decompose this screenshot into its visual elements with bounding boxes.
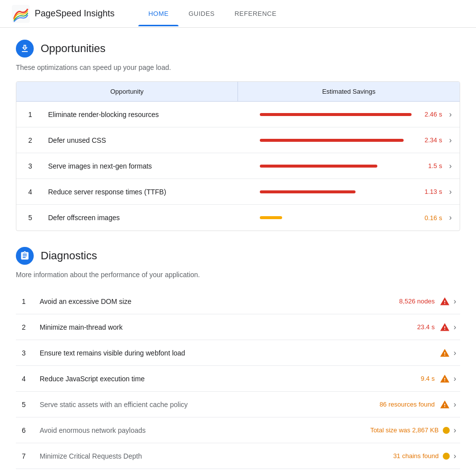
chevron-down-icon: › [450, 297, 460, 306]
row-savings: 2.46 s › [252, 104, 460, 125]
row-label: Reduce server response times (TTFB) [44, 182, 252, 202]
opportunity-row[interactable]: 1 Eliminate render-blocking resources 2.… [16, 102, 460, 127]
savings-bar [260, 113, 412, 116]
header: PageSpeed Insights HOME GUIDES REFERENCE [0, 0, 476, 28]
diagnostic-value: 86 resources found [377, 395, 436, 414]
row-savings: 2.34 s › [252, 130, 460, 151]
row-number: 5 [16, 395, 36, 414]
diagnostic-row[interactable]: 3 Ensure text remains visible during web… [16, 340, 460, 366]
main-content: Opportunities These optimizations can sp… [0, 28, 476, 472]
diagnostic-label: Avoid an excessive DOM size [36, 292, 397, 311]
warning-triangle-icon [440, 400, 450, 410]
warn-icon-container [437, 322, 450, 332]
opportunities-section: Opportunities These optimizations can sp… [16, 40, 460, 231]
savings-bar [260, 165, 377, 168]
row-number: 2 [16, 130, 44, 150]
nav-home[interactable]: HOME [138, 1, 178, 26]
savings-bar-container [260, 139, 419, 142]
warn-icon-container [437, 348, 450, 358]
row-label: Eliminate render-blocking resources [44, 105, 252, 124]
diagnostic-label: Ensure text remains visible during webfo… [36, 343, 433, 363]
diagnostic-label: Minimize Critical Requests Depth [36, 446, 391, 466]
row-number: 7 [16, 446, 36, 466]
chevron-down-icon: › [450, 400, 460, 409]
chevron-down-icon: › [450, 323, 460, 332]
opportunity-row[interactable]: 3 Serve images in next-gen formats 1.5 s… [16, 153, 460, 179]
opportunities-table-header: Opportunity Estimated Savings [16, 82, 460, 102]
diagnostic-row[interactable]: 4 Reduce JavaScript execution time 9.4 s… [16, 366, 460, 392]
diagnostic-row[interactable]: 1 Avoid an excessive DOM size 8,526 node… [16, 289, 460, 314]
savings-bar [260, 216, 282, 219]
row-savings: 1.13 s › [252, 181, 460, 202]
savings-value: 1.13 s [424, 188, 442, 195]
diagnostics-section: Diagnostics More information about the p… [16, 247, 460, 469]
diagnostic-label: Serve static assets with an efficient ca… [36, 395, 377, 414]
chevron-down-icon: › [449, 213, 452, 222]
diagnostic-value: 23.4 s [415, 317, 436, 337]
savings-bar [260, 139, 404, 142]
warning-triangle-icon [440, 296, 450, 306]
row-number: 3 [16, 156, 44, 176]
savings-value: 0.16 s [424, 214, 442, 222]
savings-bar-container [260, 216, 419, 219]
diagnostic-row[interactable]: 2 Minimize main-thread work 23.4 s › [16, 314, 460, 340]
chevron-down-icon: › [450, 426, 460, 435]
pagespeed-logo-icon [12, 5, 30, 23]
savings-bar-container [260, 165, 423, 168]
warn-icon-container [437, 296, 450, 306]
row-number: 1 [16, 105, 44, 124]
diagnostic-value [433, 347, 437, 359]
diagnostic-value: 9.4 s [418, 369, 436, 388]
diagnostics-icon [16, 247, 34, 265]
row-number: 4 [16, 369, 36, 389]
warn-icon-container [437, 374, 450, 384]
row-number: 2 [16, 317, 36, 337]
main-nav: HOME GUIDES REFERENCE [138, 1, 287, 26]
row-number: 6 [16, 420, 36, 440]
row-savings: 0.16 s › [252, 207, 460, 228]
opportunities-title: Opportunities [41, 42, 106, 55]
col-opportunity: Opportunity [16, 82, 238, 101]
opportunities-rows: 1 Eliminate render-blocking resources 2.… [16, 102, 460, 231]
chevron-down-icon: › [450, 374, 460, 383]
diagnostic-label: Avoid enormous network payloads [36, 420, 368, 440]
diagnostic-row[interactable]: 7 Minimize Critical Requests Depth 31 ch… [16, 443, 460, 469]
diagnostics-title: Diagnostics [41, 249, 97, 262]
row-label: Defer offscreen images [44, 208, 252, 228]
chevron-down-icon: › [449, 187, 452, 196]
warn-icon-container [437, 400, 450, 410]
warning-triangle-icon [440, 374, 450, 384]
diagnostics-header: Diagnostics [16, 247, 460, 265]
opportunity-row[interactable]: 4 Reduce server response times (TTFB) 1.… [16, 179, 460, 205]
chevron-down-icon: › [450, 452, 460, 461]
diagnostic-value: Total size was 2,867 KB [368, 420, 441, 440]
savings-value: 2.46 s [424, 111, 442, 118]
savings-bar-container [260, 190, 419, 193]
chevron-down-icon: › [449, 136, 452, 145]
warning-triangle-icon [440, 348, 450, 358]
nav-guides[interactable]: GUIDES [178, 1, 225, 26]
row-label: Serve images in next-gen formats [44, 156, 252, 176]
chevron-down-icon: › [450, 349, 460, 357]
opportunities-table: Opportunity Estimated Savings 1 Eliminat… [16, 81, 460, 231]
savings-bar-container [260, 113, 419, 116]
warning-triangle-icon [440, 322, 450, 332]
nav-reference[interactable]: REFERENCE [225, 1, 287, 26]
savings-bar [260, 190, 356, 193]
savings-value: 1.5 s [428, 162, 442, 170]
diagnostics-svg-icon [20, 251, 30, 261]
opportunities-header: Opportunities [16, 40, 460, 58]
savings-value: 2.34 s [424, 136, 442, 144]
diagnostic-row[interactable]: 6 Avoid enormous network payloads Total … [16, 417, 460, 443]
opportunities-svg-icon [20, 44, 30, 54]
logo: PageSpeed Insights [12, 5, 115, 23]
diagnostic-label: Minimize main-thread work [36, 317, 415, 337]
diagnostic-value: 8,526 nodes [397, 292, 437, 311]
diagnostic-row[interactable]: 5 Serve static assets with an efficient … [16, 392, 460, 417]
row-label: Defer unused CSS [44, 130, 252, 150]
opportunities-subtitle: These optimizations can speed up your pa… [16, 63, 460, 71]
opportunity-row[interactable]: 5 Defer offscreen images 0.16 s › [16, 205, 460, 231]
opportunity-row[interactable]: 2 Defer unused CSS 2.34 s › [16, 127, 460, 153]
row-savings: 1.5 s › [252, 156, 460, 177]
row-number: 4 [16, 182, 44, 202]
